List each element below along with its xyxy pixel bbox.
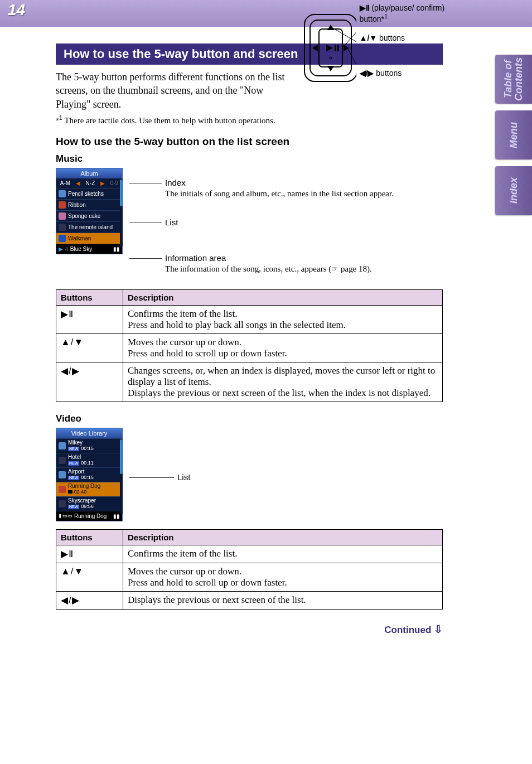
footnote-sup: 1: [59, 114, 62, 121]
list-item: Sponge cake: [56, 210, 122, 221]
svg-marker-7: [326, 45, 333, 51]
music-info-area: ▶ ♫ Blue Sky ▮▮: [56, 244, 122, 254]
tab-table-of-contents[interactable]: Table of Contents: [495, 55, 532, 104]
svg-rect-8: [335, 45, 336, 51]
callout-left-right: ◀/▶ buttons: [360, 69, 456, 78]
svg-line-12: [331, 27, 356, 48]
callout-play-pause: ▶Ⅱ (play/pause/ confirm) button*1: [360, 3, 456, 23]
subheading-list-screen: How to use the 5-way button on the list …: [56, 136, 443, 148]
annotation-video-list: List: [129, 472, 443, 482]
col-description: Description: [123, 529, 443, 545]
list-item: Pencil sketchs: [56, 188, 122, 199]
device-diagram: ▶Ⅱ (play/pause/ confirm) button*1 ▲/▼ bu…: [300, 3, 456, 93]
svg-marker-5: [312, 45, 318, 51]
music-heading: Music: [56, 153, 443, 165]
svg-line-11: [342, 20, 356, 48]
list-item: AirportNEW 00:15: [56, 467, 122, 482]
continued-indicator: Continued ⇩: [56, 623, 443, 636]
list-item: MikeyNEW 00:15: [56, 438, 122, 453]
music-note-icon: ♫: [65, 246, 69, 252]
music-screen-index: A-M ◀ N-Z ▶ 0-9: [56, 178, 122, 188]
footnote: *1 There are tactile dots. Use them to h…: [56, 114, 296, 125]
continued-arrow-icon: ⇩: [434, 623, 443, 635]
page-number: 14: [8, 1, 25, 19]
svg-marker-3: [327, 25, 334, 30]
video-screen-header: Video Library: [56, 428, 122, 438]
up-down-icon: ▲/▼: [61, 566, 84, 577]
battery-icon: ▮▮: [113, 513, 120, 519]
table-row: ▶Ⅱ Confirms the item of the list. Press …: [56, 305, 443, 333]
tab-menu[interactable]: Menu: [495, 110, 532, 159]
list-item: HotelNEW 00:11: [56, 453, 122, 467]
pause-icon: Ⅱ: [59, 513, 61, 519]
up-down-icon: ▲/▼: [61, 337, 84, 347]
intro-paragraph: The 5-way button performs different func…: [56, 70, 296, 111]
video-heading: Video: [56, 413, 443, 424]
list-item: Ribbon: [56, 199, 122, 210]
pointer-icon: ☞: [331, 265, 338, 273]
table-row: ▲/▼ Moves the cursor up or down. Press a…: [56, 333, 443, 362]
music-buttons-table: Buttons Description ▶Ⅱ Confirms the item…: [56, 289, 443, 402]
left-right-icon: ◀/▶: [61, 595, 80, 606]
col-buttons: Buttons: [56, 529, 123, 545]
table-row: ◀/▶ Displays the previous or next screen…: [56, 591, 443, 609]
battery-icon: ▮▮: [113, 246, 120, 252]
col-buttons: Buttons: [56, 289, 123, 305]
music-screen-header: Album: [56, 168, 122, 178]
up-down-icon: ▲/▼: [360, 33, 378, 43]
svg-rect-9: [337, 45, 339, 51]
annotation-info-area: Information area The information of the …: [129, 253, 443, 274]
left-right-icon: ◀/▶: [61, 366, 80, 376]
table-row: ◀/▶ Changes screens, or, when an index i…: [56, 362, 443, 402]
svg-point-10: [330, 57, 332, 59]
side-tabs: Table of Contents Menu Index: [495, 55, 532, 222]
play-pause-icon: ▶Ⅱ: [61, 549, 74, 559]
list-item: The remote island: [56, 221, 122, 233]
annotation-index: Index The initials of song and album, et…: [129, 178, 443, 199]
video-info-area: Ⅱ ▭▭ Running Dog ▮▮: [56, 511, 122, 521]
video-list-screen: Video Library MikeyNEW 00:15 HotelNEW 00…: [56, 428, 123, 521]
table-row: ▲/▼ Moves the cursor up or down. Press a…: [56, 563, 443, 591]
callout-up-down: ▲/▼ buttons: [360, 33, 456, 43]
play-pause-icon: ▶Ⅱ: [61, 309, 74, 320]
table-row: ▶Ⅱ Confirms the item of the list.: [56, 545, 443, 563]
five-way-button-illustration: [300, 3, 356, 93]
video-screenshot-block: Video Library MikeyNEW 00:15 HotelNEW 00…: [56, 428, 443, 521]
list-item: SkyscraperNEW 09:56: [56, 496, 122, 511]
svg-marker-4: [327, 66, 334, 71]
list-item-selected: Walkman: [56, 233, 122, 244]
film-icon: ▭▭: [62, 513, 72, 519]
annotation-list: List: [129, 217, 443, 228]
play-pause-icon: ▶Ⅱ: [360, 3, 370, 13]
music-screenshot-block: Album A-M ◀ N-Z ▶ 0-9 Pencil sketchs Rib…: [56, 168, 443, 282]
music-list-screen: Album A-M ◀ N-Z ▶ 0-9 Pencil sketchs Rib…: [56, 168, 123, 254]
tab-index[interactable]: Index: [495, 166, 532, 215]
col-description: Description: [123, 289, 443, 305]
list-item-selected: Running Dog 02:40: [56, 482, 122, 496]
left-right-icon: ◀/▶: [360, 69, 374, 78]
video-buttons-table: Buttons Description ▶Ⅱ Confirms the item…: [56, 529, 443, 610]
